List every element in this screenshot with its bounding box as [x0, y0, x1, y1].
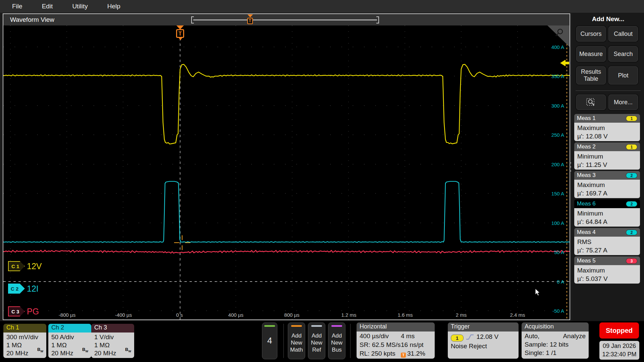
waveform-canvas[interactable] — [3, 25, 570, 319]
meas6-name: Meas 6 — [577, 200, 596, 207]
meas3-card[interactable]: Meas 3 2 Maximum µ': 169.7 A — [574, 171, 640, 198]
channel-3-badge[interactable]: C 3 PG — [8, 306, 39, 316]
minimap-trigger-t-icon[interactable]: T — [247, 18, 253, 24]
meas4-source-badge: 2 — [626, 230, 637, 235]
acquisition-analyze: Analyze — [563, 333, 586, 340]
y-tick: 350 A — [551, 73, 564, 79]
meas5-source-badge: 3 — [626, 258, 637, 264]
meas1-card[interactable]: Meas 1 1 Maximum µ': 12.08 V — [574, 114, 640, 141]
meas2-source-badge: 1 — [626, 144, 637, 150]
minimap-record-line — [193, 19, 377, 20]
panel-drag-handle-dot[interactable] — [570, 170, 571, 172]
meas4-card[interactable]: Meas 4 2 RMS µ': 75.27 A — [574, 228, 640, 255]
meas2-card[interactable]: Meas 2 1 Minimum µ': 11.25 V — [574, 142, 640, 170]
record-view-minimap[interactable]: T — [191, 14, 379, 25]
x-tick: 0 s — [176, 312, 183, 318]
panel-drag-handle-dot[interactable] — [570, 162, 571, 164]
meas5-card[interactable]: Meas 5 3 Maximum µ': 5.037 V — [574, 256, 640, 284]
channel-3-tag[interactable]: C 3 — [8, 306, 25, 316]
meas3-name: Meas 3 — [577, 172, 596, 179]
meas2-type: Minimum — [577, 152, 637, 161]
add-measure-button[interactable]: Measure — [576, 46, 606, 62]
menu-bar: File Edit Utility Help — [0, 0, 644, 13]
add-new-title: Add New... — [572, 15, 644, 23]
ch2-scale: 50 A/div — [51, 333, 91, 341]
bandwidth-limit-icon: BW — [82, 346, 88, 355]
add-new-bus-button[interactable]: Add New Bus — [328, 322, 345, 359]
minimap-right-bracket[interactable] — [376, 16, 379, 23]
ch2-settings-badge[interactable]: Ch 2 50 A/div 1 MΩ 20 MHz BW — [48, 324, 91, 358]
y-tick: 100 A — [551, 220, 564, 226]
y-tick: 400 A — [551, 44, 564, 50]
channel-1-label: 12V — [27, 261, 42, 271]
add-cursors-button[interactable]: Cursors — [576, 26, 606, 42]
x-tick: 1.2 ms — [341, 312, 356, 318]
add-new-math-button[interactable]: Add New Math — [288, 322, 305, 359]
menu-utility[interactable]: Utility — [72, 3, 88, 10]
meas1-value: µ': 12.08 V — [577, 132, 637, 140]
add-ref-label: Add New Ref — [308, 332, 325, 353]
x-tick: -400 µs — [115, 312, 132, 318]
settings-bar: Ch 1 300 mV/div 1 MΩ 20 MHz BW Ch 2 50 A… — [0, 321, 644, 362]
trigger-badge[interactable]: Trigger 1 12.08 V Noise Reject — [448, 322, 519, 359]
add-results-table-button[interactable]: Results Table — [576, 66, 606, 84]
meas6-value: µ': 64.84 A — [577, 218, 637, 226]
graticule[interactable]: -800 µs -400 µs 0 s 400 µs 800 µs 1.2 ms… — [3, 25, 570, 319]
acquisition-mode: Auto, — [525, 333, 539, 340]
menu-edit[interactable]: Edit — [42, 3, 53, 10]
meas2-name: Meas 2 — [577, 143, 596, 150]
bandwidth-limit-icon: BW — [125, 346, 131, 355]
add-callout-button[interactable]: Callout — [608, 26, 638, 42]
meas3-type: Maximum — [577, 181, 637, 189]
add-plot-button[interactable]: Plot — [608, 66, 638, 84]
minimap-trigger-arrow-icon[interactable] — [248, 14, 253, 17]
panel-drag-handle-dot[interactable] — [570, 166, 571, 168]
meas3-source-badge: 2 — [626, 173, 637, 178]
waveform-view: Waveform View T -800 µs -400 µs 0 s 400 … — [3, 13, 570, 320]
bus-color-stripe — [331, 325, 342, 327]
box-zoom-button[interactable] — [576, 95, 606, 110]
y-tick: 300 A — [551, 103, 564, 109]
horizontal-badge[interactable]: Horizontal 400 µs/div 4 ms SR: 62.5 MS/s… — [357, 322, 435, 359]
acquisition-title: Acquisition — [522, 322, 589, 331]
channel-1-badge[interactable]: C 1 12V — [8, 261, 42, 271]
datetime-display[interactable]: 09 Jan 2026 12:32:40 PM — [599, 341, 639, 360]
ch4-label: 4 — [262, 336, 277, 346]
trigger-source-badge: 1 — [451, 335, 464, 342]
x-tick: 2 ms — [456, 312, 467, 318]
ch4-button[interactable]: 4 — [262, 322, 277, 359]
add-search-button[interactable]: Search — [608, 46, 638, 62]
menu-file[interactable]: File — [12, 3, 22, 10]
x-tick: 800 µs — [284, 312, 299, 318]
trigger-level: 12.08 V — [477, 333, 499, 340]
acquisition-sample: Sample: 12 bits — [525, 341, 569, 348]
meas6-type: Minimum — [577, 209, 637, 218]
channel-2-badge[interactable]: C 2 12I — [8, 284, 39, 294]
meas2-value: µ': 11.25 V — [577, 161, 637, 169]
add-new-ref-button[interactable]: Add New Ref — [308, 322, 325, 359]
more-button[interactable]: More... — [608, 95, 638, 110]
trigger-position-percent: 31.2% — [407, 350, 425, 357]
meas6-card[interactable]: Meas 6 2 Minimum µ': 64.84 A — [574, 199, 640, 227]
trigger-position-t-icon[interactable]: T — [176, 29, 184, 38]
channel-1-tag[interactable]: C 1 — [8, 261, 25, 271]
menu-help[interactable]: Help — [107, 3, 120, 10]
ch1-settings-badge[interactable]: Ch 1 300 mV/div 1 MΩ 20 MHz BW — [3, 324, 46, 358]
channel-3-label: PG — [27, 307, 39, 316]
box-zoom-icon — [586, 98, 596, 107]
minimap-left-bracket[interactable] — [191, 16, 194, 23]
ch3-settings-badge[interactable]: Ch 3 1 V/div 1 MΩ 20 MHz BW — [91, 324, 134, 358]
acquisition-badge[interactable]: Acquisition Auto, Analyze Sample: 12 bit… — [522, 322, 589, 359]
meas1-name: Meas 1 — [577, 115, 596, 122]
channel-2-label: 12I — [27, 284, 39, 294]
sample-rate: SR: 62.5 MS/s — [360, 341, 401, 348]
y-tick: 150 A — [551, 191, 564, 196]
meas4-name: Meas 4 — [577, 229, 596, 236]
channel-2-tag[interactable]: C 2 — [8, 284, 25, 294]
panel-divider — [576, 90, 641, 91]
run-stop-status-button[interactable]: Stopped — [599, 322, 639, 339]
trigger-title: Trigger — [448, 322, 519, 331]
y-tick: 0 A — [557, 279, 564, 285]
meas1-source-badge: 1 — [626, 116, 637, 121]
ch4-color-stripe — [264, 325, 275, 327]
